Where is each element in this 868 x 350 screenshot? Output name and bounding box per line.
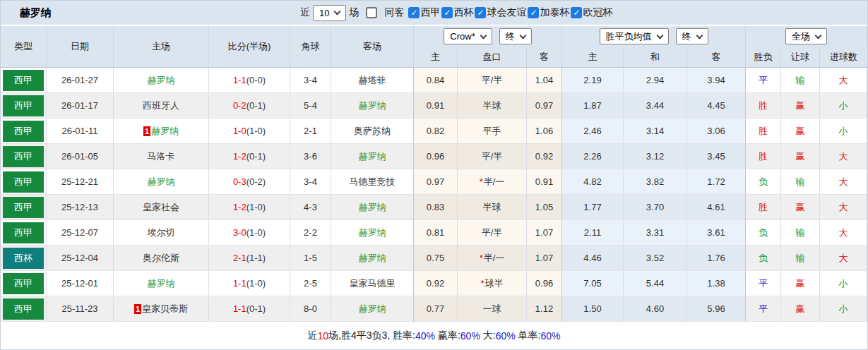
filter-label: 球会友谊 xyxy=(487,6,526,19)
fulltime-score: 1-1 xyxy=(233,303,246,314)
col-header-date: 日期 xyxy=(47,26,114,67)
handicap-odds-away: 1.04 xyxy=(527,68,562,93)
table-body: 西甲 26-01-27 赫罗纳 1-1(0-0) 3-4 赫塔菲 0.84 平/… xyxy=(1,68,867,322)
halftime-score: (0-1) xyxy=(246,151,266,162)
col-header-avg-home: 主 xyxy=(562,47,624,67)
handicap-odds-away: 1.12 xyxy=(527,296,562,322)
avg-odds-away: 4.45 xyxy=(687,93,746,119)
avg-odds-away: 3.94 xyxy=(687,68,746,93)
result-mark: 平 xyxy=(746,296,781,322)
match-date: 25-12-07 xyxy=(47,220,114,246)
handicap-result-mark: 赢 xyxy=(781,93,820,119)
match-date: 26-01-05 xyxy=(47,144,114,169)
competition-badge: 西甲 xyxy=(3,298,44,320)
table-row: 西甲 26-01-05 马洛卡 1-2(0-1) 3-6 赫罗纳 0.96 平/… xyxy=(1,144,867,169)
summary-text-segment: 近 xyxy=(308,330,318,342)
competition-badge: 西甲 xyxy=(3,171,44,193)
goals-mark: 大 xyxy=(820,68,867,93)
red-card-badge: 1 xyxy=(143,126,150,136)
result-mark: 负 xyxy=(746,246,781,271)
avg-odds-draw: 2.94 xyxy=(624,68,687,93)
handicap-line: 平/半 xyxy=(458,68,527,93)
games-count-select[interactable]: 10 xyxy=(313,5,346,21)
summary-footer: 近10场,胜4平3负3, 胜率:40% 赢率:60% 大:60% 单率:60% xyxy=(1,322,867,350)
summary-text-segment: 40% xyxy=(415,330,435,342)
avg-stage-select[interactable]: 终 xyxy=(676,28,708,44)
handicap-odds-home: 0.96 xyxy=(414,144,458,169)
score-cell: 1-2(1-0) xyxy=(209,195,290,220)
match-date: 26-01-17 xyxy=(47,93,114,119)
avg-odds-draw: 4.60 xyxy=(624,296,687,322)
goals-mark: 小 xyxy=(820,271,867,296)
filter-checkbox[interactable]: ✓ xyxy=(475,7,486,18)
competition-filters: ✓西甲✓西杯✓球会友谊✓加泰杯✓欧冠杯 xyxy=(407,6,612,19)
goals-mark: 大 xyxy=(820,144,867,169)
match-type-cell: 西甲 xyxy=(1,195,47,220)
table-row: 西甲 25-12-01 赫罗纳 1-1(1-0) 2-5 皇家马德里 0.92 … xyxy=(1,271,867,296)
handicap-result-mark: 赢 xyxy=(781,271,820,296)
match-date: 25-11-23 xyxy=(47,296,114,322)
summary-text-segment: 10 xyxy=(318,330,329,342)
avg-odds-draw: 3.70 xyxy=(624,195,687,220)
handicap-odds-home: 0.83 xyxy=(414,195,458,220)
col-header-let: 让球 xyxy=(781,47,820,67)
match-type-cell: 西甲 xyxy=(1,220,47,246)
filter-label: 西杯 xyxy=(453,6,473,19)
odds-company-select[interactable]: Crow* xyxy=(444,28,492,44)
col-header-avg-away: 客 xyxy=(687,47,746,67)
match-type-cell: 西甲 xyxy=(1,68,47,93)
avg-odds-away: 1.72 xyxy=(687,169,746,195)
avg-type-select[interactable]: 胜平负均值 xyxy=(600,28,669,44)
fulltime-score: 0-2 xyxy=(233,100,246,111)
red-card-badge: 1 xyxy=(134,304,141,314)
competition-badge: 西甲 xyxy=(3,121,44,142)
handicap-line: 一球 xyxy=(458,296,527,322)
handicap-odds-away: 0.97 xyxy=(527,93,562,119)
handicap-odds-home: 0.92 xyxy=(414,271,458,296)
filter-checkbox[interactable]: ✓ xyxy=(528,7,539,18)
competition-filter[interactable]: ✓欧冠杯 xyxy=(571,6,612,19)
avg-odds-draw: 3.31 xyxy=(624,220,687,246)
competition-filter[interactable]: ✓球会友谊 xyxy=(475,6,526,19)
odds-stage-select[interactable]: 终 xyxy=(499,28,532,44)
avg-odds-home: 2.26 xyxy=(562,144,624,169)
score-cell: 1-1(0-1) xyxy=(209,296,290,322)
near-label: 近 xyxy=(300,6,310,19)
avg-odds-away: 3.06 xyxy=(687,119,746,144)
competition-filter[interactable]: ✓加泰杯 xyxy=(528,6,569,19)
halftime-score: (0-2) xyxy=(246,176,266,187)
chevron-down-icon xyxy=(815,32,822,39)
match-type-cell: 西甲 xyxy=(1,271,47,296)
scope-select[interactable]: 全场 xyxy=(785,28,827,44)
col-header-result: 胜负 xyxy=(746,47,781,67)
corner-score: 2-1 xyxy=(290,119,331,144)
summary-text-segment: 单率: xyxy=(516,330,541,342)
away-team: 马德里竞技 xyxy=(331,169,414,195)
avg-odds-home: 1.87 xyxy=(562,93,624,119)
handicap-result-mark: 赢 xyxy=(781,144,820,169)
filter-checkbox[interactable]: ✓ xyxy=(571,7,582,18)
same-away-checkbox[interactable] xyxy=(366,7,377,18)
handicap-odds-away: 0.96 xyxy=(527,271,562,296)
corner-score: 8-0 xyxy=(290,296,331,322)
summary-text-segment: 60% xyxy=(496,330,516,342)
avg-type-value: 胜平负均值 xyxy=(606,30,652,43)
home-team: 西班牙人 xyxy=(114,93,209,119)
avg-odds-draw: 3.14 xyxy=(624,119,687,144)
competition-filter[interactable]: ✓西杯 xyxy=(441,6,473,19)
avg-odds-home: 2.11 xyxy=(562,220,624,246)
goals-mark: 大 xyxy=(820,246,867,271)
handicap-odds-home: 0.91 xyxy=(414,93,458,119)
score-cell: 2-1(1-1) xyxy=(209,246,290,271)
match-type-cell: 西甲 xyxy=(1,119,47,144)
filter-checkbox[interactable]: ✓ xyxy=(441,7,453,18)
filter-label: 加泰杯 xyxy=(540,6,569,19)
competition-badge: 西甲 xyxy=(3,70,44,91)
competition-filter[interactable]: ✓西甲 xyxy=(408,6,440,19)
col-header-score: 比分(半场) xyxy=(209,26,290,67)
avg-odds-home: 4.46 xyxy=(562,246,624,271)
score-cell: 1-2(0-1) xyxy=(209,144,290,169)
filter-checkbox[interactable]: ✓ xyxy=(408,7,420,18)
avg-odds-away: 4.61 xyxy=(687,195,746,220)
same-away-label: 同客 xyxy=(384,6,404,19)
